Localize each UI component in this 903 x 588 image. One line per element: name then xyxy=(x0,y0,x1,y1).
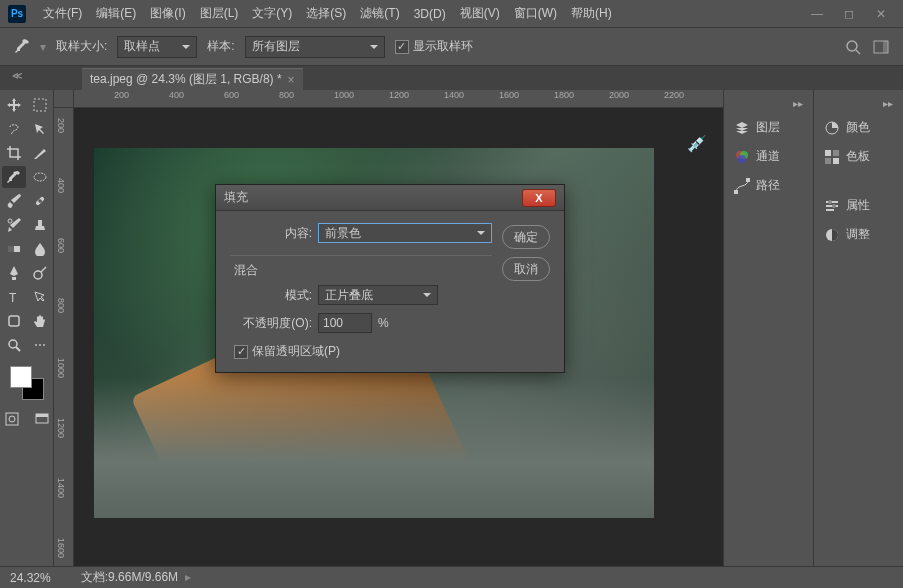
paths-panel-button[interactable]: 路径 xyxy=(728,173,809,198)
svg-line-11 xyxy=(41,267,46,272)
svg-rect-31 xyxy=(826,205,838,207)
gradient-tool[interactable] xyxy=(2,238,26,260)
sample-layers-dropdown[interactable]: 所有图层 xyxy=(245,36,385,58)
content-dropdown[interactable]: 前景色 xyxy=(318,223,492,243)
search-icon[interactable] xyxy=(845,39,861,55)
blend-mode-dropdown[interactable]: 正片叠底 xyxy=(318,285,438,305)
adjustments-icon xyxy=(824,227,840,243)
foreground-color-swatch[interactable] xyxy=(10,366,32,388)
move-tool[interactable] xyxy=(2,94,26,116)
hand-tool[interactable] xyxy=(28,310,52,332)
menu-3d[interactable]: 3D(D) xyxy=(407,3,453,25)
svg-rect-6 xyxy=(35,196,45,206)
content-label: 内容: xyxy=(230,225,312,242)
zoom-level[interactable]: 24.32% xyxy=(10,571,51,585)
svg-rect-3 xyxy=(883,41,888,53)
show-sampling-ring-checkbox[interactable]: 显示取样环 xyxy=(395,38,473,55)
menu-view[interactable]: 视图(V) xyxy=(453,1,507,26)
sample-size-dropdown[interactable]: 取样点 xyxy=(117,36,197,58)
quick-select-tool[interactable] xyxy=(28,118,52,140)
svg-rect-28 xyxy=(825,158,831,164)
edit-toolbar[interactable]: ⋯ xyxy=(28,334,52,356)
eyedropper-cursor-icon: 💉 xyxy=(687,134,707,153)
menu-select[interactable]: 选择(S) xyxy=(299,1,353,26)
app-logo: Ps xyxy=(8,5,26,23)
tab-close-icon[interactable]: × xyxy=(288,73,295,87)
pen-tool[interactable] xyxy=(2,262,26,284)
svg-point-17 xyxy=(9,416,15,422)
menu-filter[interactable]: 滤镜(T) xyxy=(353,1,406,26)
svg-point-14 xyxy=(9,340,17,348)
tab-collapse-icon[interactable]: ≪ xyxy=(12,70,22,81)
crop-tool[interactable] xyxy=(2,142,26,164)
channels-icon xyxy=(734,149,750,165)
opacity-input[interactable] xyxy=(318,313,372,333)
color-swatches[interactable] xyxy=(10,366,44,400)
adjustments-panel-button[interactable]: 调整 xyxy=(818,222,900,247)
status-dropdown-icon[interactable]: ▸ xyxy=(182,570,191,584)
panel-collapse-left-icon[interactable]: ▸▸ xyxy=(728,96,809,111)
document-tab-bar: ≪ tea.jpeg @ 24.3% (图层 1, RGB/8) * × xyxy=(0,66,903,90)
close-button[interactable]: ✕ xyxy=(867,5,895,23)
vertical-ruler[interactable]: 200 400 600 800 1000 1200 1400 1600 xyxy=(54,108,74,566)
document-tab[interactable]: tea.jpeg @ 24.3% (图层 1, RGB/8) * × xyxy=(82,68,303,90)
dialog-close-button[interactable]: X xyxy=(522,189,556,207)
menu-image[interactable]: 图像(I) xyxy=(143,1,192,26)
channels-panel-button[interactable]: 通道 xyxy=(728,144,809,169)
ruler-origin[interactable] xyxy=(54,90,74,108)
panel-collapse-right-icon[interactable]: ▸▸ xyxy=(818,96,900,111)
type-tool[interactable]: T xyxy=(2,286,26,308)
svg-rect-30 xyxy=(826,201,838,203)
swatches-panel-button[interactable]: 色板 xyxy=(818,144,900,169)
svg-rect-18 xyxy=(36,414,48,423)
workspace-icon[interactable] xyxy=(873,40,889,54)
slice-tool[interactable] xyxy=(28,142,52,164)
quick-mask-tool[interactable] xyxy=(0,408,24,430)
sample-size-label: 取样大小: xyxy=(56,38,107,55)
minimize-button[interactable]: — xyxy=(803,5,831,23)
color-panel-button[interactable]: 颜色 xyxy=(818,115,900,140)
menu-edit[interactable]: 编辑(E) xyxy=(89,1,143,26)
menu-window[interactable]: 窗口(W) xyxy=(507,1,564,26)
svg-rect-19 xyxy=(36,414,48,417)
dialog-title-bar[interactable]: 填充 X xyxy=(216,185,564,211)
svg-point-34 xyxy=(832,204,836,208)
menu-file[interactable]: 文件(F) xyxy=(36,1,89,26)
properties-panel-button[interactable]: 属性 xyxy=(818,193,900,218)
document-tab-title: tea.jpeg @ 24.3% (图层 1, RGB/8) * xyxy=(90,71,282,88)
dodge-tool[interactable] xyxy=(28,262,52,284)
swatches-icon xyxy=(824,149,840,165)
doc-size-value: 9.66M/9.66M xyxy=(108,570,178,584)
screen-mode-tool[interactable] xyxy=(30,408,54,430)
healing-tool[interactable] xyxy=(28,190,52,212)
svg-rect-27 xyxy=(833,150,839,156)
menu-help[interactable]: 帮助(H) xyxy=(564,1,619,26)
status-bar: 24.32% 文档:9.66M/9.66M ▸ xyxy=(0,566,903,588)
preserve-transparency-checkbox[interactable]: 保留透明区域(P) xyxy=(234,343,340,360)
menu-layer[interactable]: 图层(L) xyxy=(193,1,246,26)
eyedropper-tool[interactable] xyxy=(2,166,26,188)
svg-rect-24 xyxy=(746,178,750,182)
zoom-tool[interactable] xyxy=(2,334,26,356)
ok-button[interactable]: 确定 xyxy=(502,225,550,249)
marquee-tool[interactable] xyxy=(28,94,52,116)
svg-point-21 xyxy=(740,151,748,159)
clone-stamp-tool[interactable] xyxy=(28,214,52,236)
horizontal-ruler[interactable]: 200 400 600 800 1000 1200 1400 1600 1800… xyxy=(74,90,723,108)
menu-type[interactable]: 文字(Y) xyxy=(245,1,299,26)
path-select-tool[interactable] xyxy=(28,286,52,308)
lasso-tool[interactable] xyxy=(2,118,26,140)
maximize-button[interactable]: ◻ xyxy=(835,5,863,23)
cancel-button[interactable]: 取消 xyxy=(502,257,550,281)
history-brush-tool[interactable] xyxy=(2,214,26,236)
blur-tool[interactable] xyxy=(28,238,52,260)
dialog-title: 填充 xyxy=(224,189,248,206)
brush-tool[interactable] xyxy=(2,190,26,212)
marching-ants-tool[interactable] xyxy=(28,166,52,188)
shape-tool[interactable] xyxy=(2,310,26,332)
checkbox-icon xyxy=(395,40,409,54)
svg-rect-29 xyxy=(833,158,839,164)
layers-panel-button[interactable]: 图层 xyxy=(728,115,809,140)
svg-point-5 xyxy=(34,173,46,181)
options-bar: ▾ 取样大小: 取样点 样本: 所有图层 显示取样环 xyxy=(0,28,903,66)
